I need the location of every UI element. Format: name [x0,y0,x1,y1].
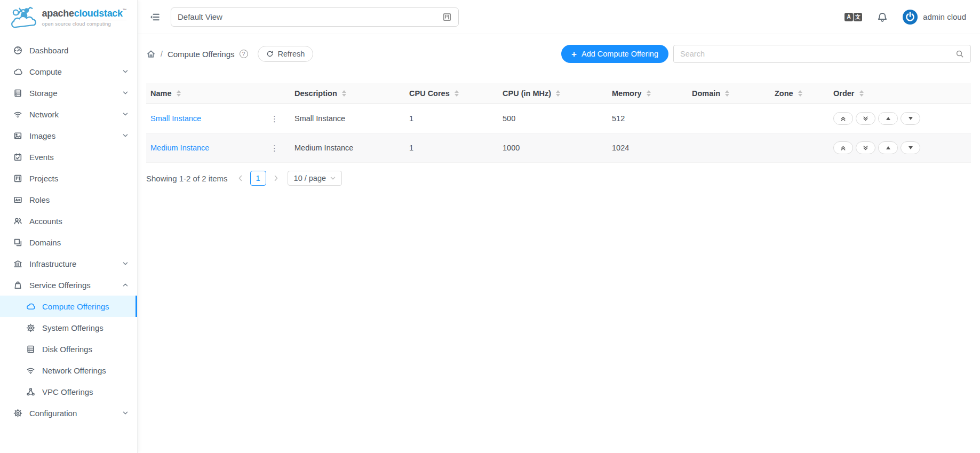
sidebar-item-storage[interactable]: Storage [0,82,137,104]
move-up-button[interactable] [878,141,898,154]
double-chevron-up-icon [840,145,847,152]
sidebar-item-network[interactable]: Network [0,104,137,125]
home-icon[interactable] [146,49,156,59]
database-icon [13,89,22,98]
column-header-memory[interactable]: Memory [608,83,688,104]
sidebar-menu: Dashboard Compute Storage [0,34,137,424]
sidebar-item-configuration[interactable]: Configuration [0,402,137,424]
sidebar-item-label: System Offerings [42,323,103,332]
more-actions-icon[interactable]: ⋮ [270,115,278,123]
move-to-top-button[interactable] [833,112,853,125]
sidebar-item-events[interactable]: Events [0,146,137,168]
view-selector-input[interactable] [178,12,442,21]
cloud-icon [26,302,35,311]
move-to-bottom-button[interactable] [856,141,875,154]
move-up-button[interactable] [878,112,898,125]
search-input[interactable] [680,50,955,58]
picture-icon [13,131,22,140]
sidebar-item-label: Storage [29,89,58,98]
sidebar-item-accounts[interactable]: Accounts [0,210,137,232]
refresh-button[interactable]: Refresh [258,46,314,62]
move-down-button[interactable] [901,112,920,125]
double-chevron-down-icon [862,115,869,122]
page-size-value: 10 / page [294,174,326,182]
offering-cpu-mhz: 500 [498,104,608,133]
column-header-name[interactable]: Name [146,83,290,104]
translate-icon[interactable]: A 文 [844,13,862,21]
double-chevron-up-icon [840,115,847,122]
sidebar-item-domains[interactable]: Domains [0,232,137,253]
offering-domain [688,104,770,133]
offering-cpu-mhz: 1000 [498,133,608,163]
sidebar-item-label: Images [29,131,55,140]
notifications-bell-icon[interactable] [877,12,888,22]
move-down-button[interactable] [901,141,920,154]
add-compute-offering-button[interactable]: + Add Compute Offering [561,45,668,63]
search-box [673,45,971,63]
gear-icon [26,323,35,332]
table-row: Small Instance⋮ Small Instance 1 500 512 [146,104,971,133]
column-header-domain[interactable]: Domain [688,83,770,104]
next-page-icon[interactable] [272,174,280,182]
view-selector[interactable] [171,7,459,27]
deployment-icon [26,387,35,396]
logo-word-cloudstack: cloudstack [74,8,123,19]
reload-icon [266,50,274,58]
sidebar-item-label: Network [29,110,59,119]
column-header-description[interactable]: Description [290,83,405,104]
hdd-icon [26,345,35,354]
sidebar-item-label: Compute [29,67,62,76]
sort-carets-icon [798,90,802,97]
more-actions-icon[interactable]: ⋮ [270,144,278,152]
chevron-down-icon [123,90,128,96]
offering-zone [770,104,829,133]
page-number-button[interactable]: 1 [250,171,266,186]
compute-offerings-table: Name Description CPU Cores CPU (in MHz) … [146,83,971,163]
gear-icon [13,409,22,418]
column-header-order[interactable]: Order [829,83,971,104]
sidebar-item-compute[interactable]: Compute [0,61,137,82]
project-icon [13,174,22,183]
offering-memory: 1024 [608,133,688,163]
chevron-down-icon [123,133,128,138]
sidebar-item-images[interactable]: Images [0,125,137,146]
move-to-bottom-button[interactable] [856,112,875,125]
menu-fold-icon[interactable] [149,12,160,22]
offering-name-link[interactable]: Small Instance [150,114,201,123]
offering-description: Small Instance [290,104,405,133]
sidebar-item-network-offerings[interactable]: Network Offerings [0,360,137,381]
help-icon[interactable]: ? [240,50,248,58]
user-menu[interactable]: admin cloud [903,10,966,25]
sidebar-item-compute-offerings[interactable]: Compute Offerings [0,296,137,317]
search-icon[interactable] [955,50,964,58]
translate-b-glyph: 文 [854,13,862,21]
sidebar-item-system-offerings[interactable]: System Offerings [0,317,137,338]
page-size-select[interactable]: 10 / page [288,171,342,186]
column-header-zone[interactable]: Zone [770,83,829,104]
sidebar-item-service-offerings[interactable]: Service Offerings [0,274,137,296]
sidebar-item-disk-offerings[interactable]: Disk Offerings [0,338,137,360]
pagination-summary: Showing 1-2 of 2 items [146,174,228,183]
double-chevron-down-icon [862,145,869,152]
sidebar-item-dashboard[interactable]: Dashboard [0,39,137,61]
column-header-cpu-mhz[interactable]: CPU (in MHz) [498,83,608,104]
project-view-icon[interactable] [442,12,452,22]
block-icon [13,238,22,247]
sidebar-item-infrastructure[interactable]: Infrastructure [0,253,137,274]
order-controls [833,141,967,154]
sidebar-item-roles[interactable]: Roles [0,189,137,210]
team-icon [13,217,22,226]
cloudstack-logo: apachecloudstack™ open source cloud comp… [0,0,137,34]
offering-name-link[interactable]: Medium Instance [150,144,209,152]
sidebar-item-label: Infrastructure [29,259,76,268]
sidebar-item-label: Projects [29,174,58,183]
sort-carets-icon [725,90,729,97]
sort-carets-icon [859,90,864,97]
move-to-top-button[interactable] [833,141,853,154]
caret-down-icon [909,117,913,120]
previous-page-icon[interactable] [236,174,245,182]
column-header-cpu-cores[interactable]: CPU Cores [405,83,498,104]
sidebar-item-projects[interactable]: Projects [0,168,137,189]
sidebar-item-vpc-offerings[interactable]: VPC Offerings [0,381,137,402]
logo-word-apache: apache [42,8,74,19]
